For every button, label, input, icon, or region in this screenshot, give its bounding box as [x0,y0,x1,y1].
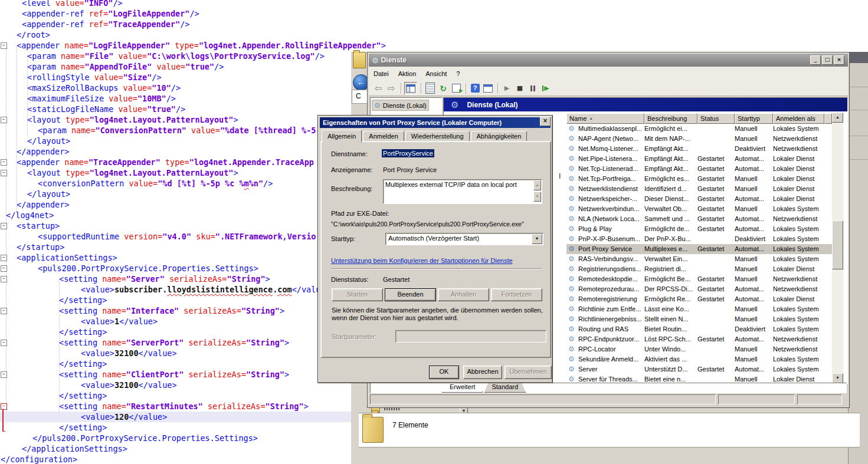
code-token: </value> [139,348,177,358]
beschreibung-text: Multiplexes external TCP/IP data on loca… [385,181,527,188]
maximize-button[interactable]: □ [822,55,833,65]
fold-marker[interactable]: − [1,159,7,166]
service-row[interactable]: ⚙Multimediaklassenpl...Ermöglicht ei...M… [566,124,832,134]
column-header-anmelden-als[interactable]: Anmelden als [773,113,824,124]
code-token: <value> [81,348,114,358]
service-row[interactable]: ⚙Routing und RASBietet Routin...Deaktivi… [566,324,832,334]
starten-button[interactable]: Starten [332,288,383,301]
start-service-icon[interactable]: ▶ [501,83,513,94]
fortsetzen-button[interactable]: Fortsetzen [491,288,542,301]
startoptions-help-link[interactable]: Unterstützung beim Konfigurieren der Sta… [331,257,513,264]
services-title-bar[interactable]: ⚙ Dienste _ □ × [369,54,848,67]
cell-name: Netzwerkverbindun... [578,205,643,213]
refresh-icon[interactable]: ↻ [437,83,449,94]
service-row[interactable]: ⚙Netzwerkverbindun...Verwaltet Ob...Gest… [566,204,832,214]
beenden-button[interactable]: Beenden [385,288,436,301]
code-token: <setting [59,306,102,315]
cell-starttyp: Manuell [735,265,771,274]
services-node-icon: ⚙ [374,101,381,110]
service-row[interactable]: ⚙Server für Threads...Bietet eine n...Ma… [566,374,832,383]
service-row[interactable]: ⚙RAS-Verbindungsv...Verwaltet Ein...Manu… [566,254,832,264]
column-header-beschreibung[interactable]: Beschreibung [644,113,697,124]
service-row[interactable]: ⚙Net.Pipe-Listenera...Empfängt Akt...Ges… [566,154,832,164]
startparameter-input[interactable] [395,330,546,343]
column-header-stub [824,113,832,124]
code-token: > [280,306,284,315]
dialog-title-bar[interactable]: Eigenschaften von Port Proxy Service (Lo… [320,117,551,128]
scroll-down-button[interactable]: ▼ [832,373,843,383]
minimize-button[interactable]: _ [810,55,821,65]
forward-icon[interactable]: ⇨ [385,83,397,94]
show-console-tree-icon[interactable] [404,82,417,95]
service-row[interactable]: ⚙NLA (Network Loca...Sammelt und ...Gest… [566,214,832,224]
column-header-status[interactable]: Status [697,113,735,124]
service-row[interactable]: ⚙Richtlinie zum Entfe...Lässt eine Ko...… [566,304,832,314]
help-icon[interactable]: ? [469,83,481,94]
service-row[interactable]: ⚙Net.Msmq-Listener...Empfängt Akt...Deak… [566,144,832,154]
service-row[interactable]: ⚙RPC-Endpunktzuor...Löst RPC-Sch...Gesta… [566,334,832,344]
service-row[interactable]: ⚙Sekundäre Anmeld...Aktiviert das ...Man… [566,354,832,364]
service-row[interactable]: ⚙Netzwerkspeicher-...Dieser Dienst...Ges… [566,194,832,204]
menu-item-aktion[interactable]: Aktion [394,68,421,80]
beschreibung-textbox[interactable]: Multiplexes external TCP/IP data on loca… [383,179,542,204]
ok-button[interactable]: OK [429,366,459,379]
service-row[interactable]: ⚙RemoteregistrierungErmöglicht Re...Gest… [566,294,832,304]
fold-marker[interactable]: − [1,255,7,261]
scroll-up-button[interactable]: ▲ [533,180,541,190]
fold-marker[interactable]: − [1,223,7,229]
fold-marker[interactable]: − [1,265,7,272]
chevron-down-icon[interactable]: ▼ [532,234,542,244]
fold-marker[interactable]: − [1,371,7,378]
cell-status: Gestartet [697,365,732,374]
column-header-name[interactable]: Name▲ [566,113,644,124]
pause-service-icon[interactable] [527,83,539,94]
service-row[interactable]: ⚙Plug & PlayErmöglicht de...GestartetAut… [566,224,832,234]
scrollbar-thumb[interactable] [832,221,843,269]
scroll-down-button[interactable]: ▼ [533,192,541,202]
code-token: <appender-ref [22,19,89,29]
status-pane [718,394,795,404]
fold-marker[interactable]: − [1,340,7,346]
service-row[interactable]: ⚙Port Proxy ServiceMultiplexes e...Gesta… [566,244,832,254]
column-header-starttyp[interactable]: Starttyp [735,113,773,124]
fold-marker[interactable]: − [1,117,7,123]
fold-marker[interactable]: − [1,170,7,176]
service-row[interactable]: ⚙Registrierungsdiens...Registriert di...… [566,264,832,274]
dienstname-value[interactable]: PortProxyService [382,149,434,157]
export-list-icon[interactable] [450,83,462,94]
service-row[interactable]: ⚙Remotedesktopdie...Ermöglicht Be...Gest… [566,274,832,284]
cancel-button[interactable]: Abbrechen [463,366,502,379]
view-tab-standard[interactable]: Standard [484,383,526,393]
apply-button[interactable]: Übernehmen [505,366,552,379]
service-row[interactable]: ⚙ServerUnterstützt D...GestartetAutomat.… [566,364,832,374]
close-button[interactable]: × [834,55,844,65]
service-row[interactable]: ⚙Net.Tcp-Listenerad...Empfängt Akt...Ges… [566,164,832,174]
cell-status [697,255,732,264]
service-row[interactable]: ⚙PnP-X-IP-Busenum...Der PnP-X-Bu...Deakt… [566,234,832,244]
fold-marker[interactable]: − [1,308,7,314]
tree-item-dienste-lokal[interactable]: ⚙ Dienste (Lokal) [372,100,429,111]
properties-icon[interactable] [424,83,436,94]
menu-item-help[interactable]: ? [451,68,464,80]
fold-marker[interactable]: − [1,276,7,282]
service-row[interactable]: ⚙NetzwerklistendienstIdentifiziert d...G… [566,184,832,194]
anhalten-button[interactable]: Anhalten [438,288,489,301]
stop-service-icon[interactable]: ■ [514,83,526,94]
scroll-up-button[interactable]: ▲ [832,113,843,123]
service-row[interactable]: ⚙Net.Tcp-Portfreiga...Ermöglicht es...Ge… [566,174,832,184]
vertical-scrollbar[interactable]: ▲ ▼ [832,113,843,383]
back-icon[interactable]: ⇦ [372,83,384,94]
restart-service-icon[interactable]: ▶ [540,83,552,94]
tab-allgemein[interactable]: Allgemein [322,130,362,143]
view-tab-erweitert[interactable]: Erweitert [442,383,483,393]
menu-item-ansicht[interactable]: Ansicht [421,68,451,80]
fold-marker[interactable]: − [1,42,7,49]
service-row[interactable]: ⚙Remoteprozedurau...Der RPCSS-Di...Gesta… [566,284,832,294]
service-row[interactable]: ⚙RPC-LocatorUnter Windo...ManuellNetzwer… [566,344,832,354]
starttyp-combobox[interactable]: Automatisch (Verzögerter Start) ▼ [385,233,543,245]
menu-item-datei[interactable]: Datei [369,68,394,80]
new-window-icon[interactable] [482,83,494,94]
service-row[interactable]: ⚙NAP-Agent (Netwo...Mit dem NAP-...Manue… [566,134,832,144]
close-icon[interactable]: × [540,117,551,126]
service-row[interactable]: ⚙Richtlinienergebniss...Stellt einen N..… [566,314,832,324]
